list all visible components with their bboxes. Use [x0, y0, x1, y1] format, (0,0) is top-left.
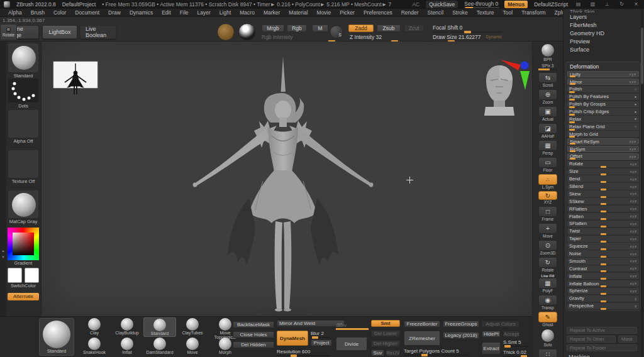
deformation-row[interactable]: SBend xyz — [567, 183, 639, 189]
axis-toggles[interactable]: xyz — [630, 177, 637, 181]
slider-handle[interactable] — [601, 293, 606, 295]
axis-toggles[interactable]: ● — [635, 117, 637, 121]
hidept-button[interactable]: HidePt — [482, 331, 501, 338]
deformation-row[interactable]: Twist xyz — [567, 228, 639, 234]
slider-handle[interactable] — [569, 91, 575, 93]
slider-handle[interactable] — [569, 136, 575, 138]
del-hidden-button[interactable]: Del Hidden — [233, 341, 274, 348]
default-zscript-button[interactable]: DefaultZScript — [534, 1, 568, 8]
right-shelf-button[interactable]: Rotate — [536, 256, 560, 273]
brush-preview-button[interactable] — [217, 23, 235, 41]
right-shelf-button[interactable]: Ghost — [536, 311, 560, 327]
menu-item[interactable]: Color — [49, 9, 70, 16]
right-shelf-button[interactable]: Zoom — [536, 89, 560, 105]
color-picker-widget[interactable]: Gradient — [8, 228, 39, 266]
axis-toggles[interactable]: xyz — [630, 170, 637, 173]
slider-handle[interactable] — [601, 285, 606, 287]
deformation-row[interactable]: Bend xyz — [567, 175, 639, 182]
axis-toggles[interactable]: xyz — [630, 155, 636, 158]
slider-handle[interactable] — [601, 203, 606, 205]
alternate-button[interactable]: Alternate — [8, 293, 39, 300]
menu-item[interactable]: Brush — [26, 9, 49, 16]
menu-item[interactable]: Tool — [499, 9, 518, 16]
freeze-groups-button[interactable]: FreezeGroups — [443, 321, 479, 327]
tray-scroll-down-icon[interactable]: ▼ — [1, 255, 5, 259]
draw-size-slider[interactable]: Draw Size 21.62277 Dynamic — [433, 34, 502, 41]
menu-item[interactable]: Texture — [472, 9, 499, 16]
slider-handle[interactable] — [569, 99, 575, 101]
menu-item[interactable]: Picker — [335, 9, 359, 16]
color-gradient-picker[interactable] — [8, 228, 39, 260]
target-polygons-slider[interactable]: Target Polygons Count 5 — [404, 348, 469, 354]
deformation-row[interactable]: Unify xyz — [567, 71, 639, 77]
right-shelf-icon[interactable] — [538, 206, 557, 217]
slider-handle[interactable] — [601, 233, 606, 235]
menu-item[interactable]: Preferences — [359, 9, 397, 16]
project-button[interactable]: Project — [311, 339, 332, 346]
menu-item[interactable]: Draw — [104, 9, 125, 16]
right-shelf-button[interactable]: Line Fill PolyF — [536, 273, 560, 294]
stroke-type-button[interactable] — [238, 23, 256, 41]
close-holes-button[interactable]: Close Holes — [233, 331, 274, 338]
minimize-icon[interactable] — [603, 1, 611, 8]
menu-item[interactable]: Stencil — [423, 9, 448, 16]
see-through-track[interactable] — [464, 7, 499, 8]
right-shelf-icon[interactable] — [538, 257, 557, 268]
deformation-row[interactable]: ReSym xyz — [567, 146, 639, 152]
sculpt-model[interactable] — [42, 41, 532, 316]
right-shelf-button[interactable]: AAHalf — [536, 123, 560, 139]
axis-toggles[interactable]: ● — [635, 102, 637, 106]
axis-toggles[interactable]: ● — [635, 95, 637, 99]
axis-toggles[interactable]: xyz — [630, 192, 637, 195]
close-icon[interactable] — [632, 1, 640, 8]
del-lower-button[interactable]: Del Lower — [371, 330, 400, 337]
slider-handle[interactable] — [601, 263, 606, 265]
slider-handle[interactable] — [601, 166, 606, 168]
deformation-row[interactable]: Perspective z — [567, 303, 639, 309]
deformation-row[interactable]: Inflate Balloon xyz — [567, 280, 639, 287]
deformation-row[interactable]: Relax Plane Grid ○ — [567, 123, 639, 129]
m-button[interactable]: M — [312, 25, 328, 32]
dynamic-label[interactable]: Dynamic — [486, 35, 502, 39]
panel-scrollbar[interactable] — [641, 9, 643, 357]
reuv-button[interactable]: ReUV — [386, 349, 400, 356]
doc-icon[interactable] — [574, 1, 582, 8]
slider-handle[interactable] — [601, 270, 606, 272]
slider-handle[interactable] — [570, 158, 575, 160]
deformation-row[interactable]: Offset xyz — [567, 153, 639, 160]
slider-handle[interactable] — [569, 114, 575, 116]
axis-toggles[interactable]: xyz — [630, 274, 637, 278]
deformation-row[interactable]: SSkew xyz — [567, 198, 639, 204]
brush-item[interactable]: Standard — [143, 317, 176, 337]
secondary-color-swatch[interactable] — [25, 268, 39, 283]
slider-handle[interactable] — [570, 83, 575, 85]
thick-slider[interactable]: Thick 0.02 — [503, 349, 528, 355]
slider-handle[interactable] — [569, 121, 575, 123]
document-canvas[interactable] — [42, 41, 532, 316]
transform-tool-button[interactable]: R Rotate — [0, 24, 17, 40]
brush-item[interactable]: DamStandard — [143, 337, 176, 356]
alternate-widget[interactable]: Alternate — [8, 293, 39, 300]
axis-toggles[interactable]: xyz — [630, 222, 637, 226]
panels-icon[interactable] — [589, 1, 597, 8]
right-shelf-button[interactable]: SPix 3 — [536, 63, 560, 71]
axis-toggles[interactable]: xyz — [630, 266, 637, 270]
menus-button[interactable]: Menus — [504, 1, 528, 8]
slider-handle[interactable] — [601, 226, 606, 228]
focal-shift-slider[interactable]: Focal Shift 0 — [433, 25, 502, 32]
deformation-row[interactable]: Mirror xyz — [567, 79, 639, 85]
repeat-to-other-button[interactable]: Repeat To Other — [567, 336, 616, 343]
deformation-row[interactable]: Skew xyz — [567, 190, 639, 197]
deformation-row[interactable]: Squeeze xyz — [567, 243, 639, 249]
divide-button[interactable]: Divide — [336, 337, 367, 351]
right-shelf-button[interactable]: Scroll — [536, 72, 560, 88]
right-shelf-button[interactable]: L.Sym — [536, 173, 560, 190]
slider-handle[interactable] — [601, 218, 606, 220]
right-shelf-icon[interactable] — [538, 157, 557, 168]
palette-section[interactable]: Layers — [564, 13, 644, 21]
axis-toggles[interactable]: xyz — [630, 214, 637, 218]
scrollbar-thumb[interactable] — [641, 28, 643, 84]
suv-button[interactable]: Suv — [371, 349, 384, 356]
palette-section[interactable]: Geometry HD — [564, 29, 644, 37]
slider-handle[interactable] — [569, 106, 575, 108]
